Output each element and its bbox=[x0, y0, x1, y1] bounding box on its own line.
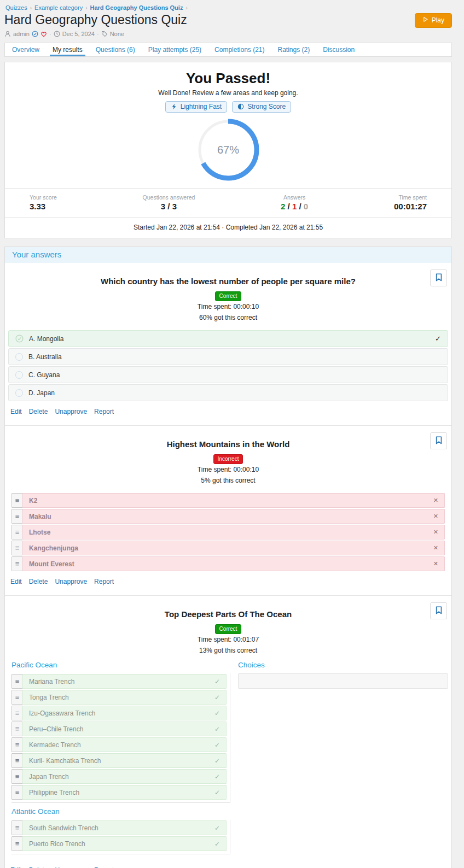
sortable-item-label: South Sandwich Trench bbox=[29, 824, 98, 832]
drag-handle-icon[interactable]: ≡ bbox=[11, 674, 23, 689]
sortable-item: ≡Peru–Chile Trench✓ bbox=[11, 722, 227, 736]
question-time-spent: Time spent: 00:01:07 bbox=[8, 636, 448, 643]
sortable-item-label: Kangchenjunga bbox=[29, 544, 78, 552]
action-report[interactable]: Report bbox=[94, 408, 114, 415]
drag-handle-icon[interactable]: ≡ bbox=[11, 493, 23, 508]
drag-handle-icon[interactable]: ≡ bbox=[11, 690, 23, 705]
drag-handle-icon[interactable]: ≡ bbox=[11, 769, 23, 784]
questions-list: Which country has the lowest number of p… bbox=[5, 263, 451, 868]
question-status-badge: Correct bbox=[215, 291, 242, 301]
stat-label: Time spent bbox=[394, 194, 427, 201]
drag-handle-icon[interactable]: ≡ bbox=[11, 820, 23, 835]
question-time-spent: Time spent: 00:00:10 bbox=[8, 466, 448, 473]
drag-handle-icon[interactable]: ≡ bbox=[11, 785, 23, 800]
sortable-item: ≡Puerto Rico Trench✓ bbox=[11, 836, 227, 851]
question-correct-stat: 13% got this correct bbox=[8, 647, 448, 654]
result-summary-card: You Passed! Well Done! Review a few area… bbox=[4, 62, 452, 238]
sortable-item: ≡Japan Trench✓ bbox=[11, 769, 227, 784]
correct-check-icon: ✓ bbox=[214, 789, 220, 796]
breadcrumb-link[interactable]: Quizzes bbox=[5, 4, 27, 11]
answer-option: C. Guyana bbox=[8, 366, 448, 383]
breadcrumb-link[interactable]: Example category bbox=[34, 4, 83, 11]
result-badge-label: Strong Score bbox=[247, 103, 286, 110]
bookmark-button[interactable] bbox=[430, 432, 447, 449]
answer-option-label: B. Australia bbox=[28, 353, 62, 361]
breadcrumb-link[interactable]: Hard Geography Questions Quiz bbox=[90, 4, 183, 11]
drag-handle-icon[interactable]: ≡ bbox=[11, 509, 23, 524]
action-unapprove[interactable]: Unapprove bbox=[55, 408, 87, 415]
correct-check-icon: ✓ bbox=[214, 840, 220, 848]
drag-handle-icon[interactable]: ≡ bbox=[11, 753, 23, 768]
sortable-item-label: Tonga Trench bbox=[29, 694, 69, 701]
half-circle-icon bbox=[237, 103, 244, 110]
choices-heading: Choices bbox=[238, 661, 448, 670]
action-delete[interactable]: Delete bbox=[29, 578, 48, 585]
question-status-badge: Incorrect bbox=[213, 454, 243, 464]
session-info: Started Jan 22, 2026 at 21:54 · Complete… bbox=[5, 217, 451, 238]
action-report[interactable]: Report bbox=[94, 578, 114, 585]
sortable-item: ≡Tonga Trench✓ bbox=[11, 690, 227, 705]
action-unapprove[interactable]: Unapprove bbox=[55, 578, 87, 585]
result-badge: Lightning Fast bbox=[165, 101, 227, 113]
sortable-item: ≡Kermadec Trench✓ bbox=[11, 737, 227, 752]
bookmark-icon bbox=[436, 436, 442, 446]
correct-check-icon: ✓ bbox=[214, 694, 220, 701]
question-title: Which country has the lowest number of p… bbox=[41, 276, 415, 286]
result-badge-label: Lightning Fast bbox=[181, 103, 222, 110]
stat-label: Your score bbox=[30, 194, 57, 201]
stat-label: Answers bbox=[281, 194, 308, 201]
donut-percent-label: 67% bbox=[196, 118, 260, 181]
bookmark-icon bbox=[436, 273, 442, 283]
question-correct-stat: 60% got this correct bbox=[8, 314, 448, 321]
drag-handle-icon[interactable]: ≡ bbox=[11, 525, 23, 539]
sortable-item-label: Lhotse bbox=[29, 529, 50, 536]
stat-time-spent: Time spent00:01:27 bbox=[394, 194, 427, 211]
drag-handle-icon[interactable]: ≡ bbox=[11, 722, 23, 736]
stat-answers: Answers2 / 1 / 0 bbox=[281, 194, 308, 211]
group-heading: Atlantic Ocean bbox=[11, 807, 230, 816]
answer-option: B. Australia bbox=[8, 348, 448, 365]
choices-column: Choices bbox=[238, 656, 448, 854]
drag-handle-icon[interactable]: ≡ bbox=[11, 836, 23, 851]
tab-discussion[interactable]: Discussion bbox=[323, 43, 355, 56]
bookmark-button[interactable] bbox=[430, 269, 447, 286]
tab-ratings-2[interactable]: Ratings (2) bbox=[277, 43, 310, 56]
sortable-item: ≡Mount Everest✕ bbox=[11, 556, 445, 571]
choices-empty-box bbox=[238, 673, 448, 689]
lightning-icon bbox=[171, 103, 177, 110]
tab-overview[interactable]: Overview bbox=[12, 43, 39, 56]
action-delete[interactable]: Delete bbox=[29, 408, 48, 415]
correct-check-icon: ✓ bbox=[214, 709, 220, 717]
play-button[interactable]: Play bbox=[415, 13, 452, 28]
sortable-item-label: Peru–Chile Trench bbox=[29, 725, 83, 733]
action-edit[interactable]: Edit bbox=[10, 578, 22, 585]
drag-handle-icon[interactable]: ≡ bbox=[11, 541, 23, 555]
action-edit[interactable]: Edit bbox=[10, 408, 22, 415]
drag-handle-icon[interactable]: ≡ bbox=[11, 556, 23, 571]
question-actions: EditDeleteUnapproveReport bbox=[8, 402, 448, 423]
play-button-label: Play bbox=[432, 16, 444, 24]
verified-check-icon bbox=[32, 31, 38, 37]
question-status-badge: Correct bbox=[215, 624, 242, 634]
stats-row: Your score3.33Questions answered3 / 3Ans… bbox=[5, 188, 451, 217]
sortable-item: ≡Makalu✕ bbox=[11, 509, 445, 524]
correct-check-icon: ✓ bbox=[214, 725, 220, 733]
post-meta: admin · Dec 5, 2024 · None bbox=[4, 30, 452, 38]
drag-handle-icon[interactable]: ≡ bbox=[11, 706, 23, 720]
incorrect-x-icon: ✕ bbox=[433, 560, 438, 567]
drag-handle-icon[interactable]: ≡ bbox=[11, 737, 23, 752]
tab-completions-21[interactable]: Completions (21) bbox=[214, 43, 264, 56]
tab-my-results[interactable]: My results bbox=[53, 43, 83, 56]
stat-value: 2 / 1 / 0 bbox=[281, 202, 308, 211]
tab-questions-6[interactable]: Questions (6) bbox=[96, 43, 135, 56]
tab-play-attempts-25[interactable]: Play attempts (25) bbox=[148, 43, 201, 56]
correct-check-icon: ✓ bbox=[214, 678, 220, 685]
answer-options-list: A. Mongolia✓B. AustraliaC. GuyanaD. Japa… bbox=[8, 330, 448, 401]
breadcrumb-separator-icon: › bbox=[85, 5, 87, 11]
stat-label: Questions answered bbox=[143, 194, 195, 201]
stat-value: 3 / 3 bbox=[143, 202, 195, 211]
grouping-columns: Pacific Ocean≡Mariana Trench✓≡Tonga Tren… bbox=[11, 656, 448, 854]
radio-checked-icon bbox=[15, 335, 24, 343]
bookmark-button[interactable] bbox=[430, 602, 447, 619]
result-badges: Lightning FastStrong Score bbox=[5, 101, 451, 113]
